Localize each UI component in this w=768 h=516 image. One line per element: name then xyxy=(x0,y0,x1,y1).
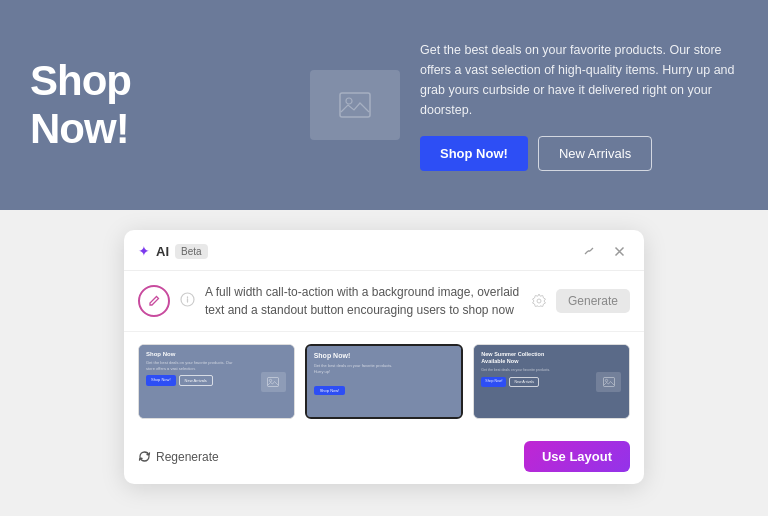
close-button[interactable] xyxy=(608,240,630,262)
generate-button[interactable]: Generate xyxy=(556,289,630,313)
thumb1-title: Shop Now xyxy=(146,351,287,357)
ai-header-left: ✦ AI Beta xyxy=(138,243,208,259)
ai-panel-header: ✦ AI Beta xyxy=(124,230,644,271)
layout-thumbnail-3[interactable]: New Summer Collection Available Now Get … xyxy=(473,344,630,419)
use-layout-button[interactable]: Use Layout xyxy=(524,441,630,472)
regenerate-icon xyxy=(138,450,151,463)
ai-prompt-row: A full width call-to-action with a backg… xyxy=(124,271,644,332)
hero-title: Shop Now! xyxy=(30,57,230,153)
sparkle-icon: ✦ xyxy=(138,243,150,259)
ai-header-right xyxy=(578,240,630,262)
ai-panel-wrapper: ✦ AI Beta xyxy=(0,210,768,516)
ai-beta-badge: Beta xyxy=(175,244,208,259)
svg-point-3 xyxy=(537,299,541,303)
edit-icon-circle xyxy=(138,285,170,317)
svg-rect-4 xyxy=(268,377,279,386)
thumb2-button: Shop Now! xyxy=(314,386,346,395)
hero-description: Get the best deals on your favorite prod… xyxy=(420,40,738,120)
minimize-button[interactable] xyxy=(578,240,600,262)
thumb1-desc: Get the best deals on your favorite prod… xyxy=(146,360,237,371)
svg-point-7 xyxy=(605,379,607,381)
info-icon xyxy=(180,292,195,310)
thumb2-title: Shop Now! xyxy=(314,352,455,359)
svg-rect-6 xyxy=(603,377,614,386)
thumb3-desc: Get the best deals on your favorite prod… xyxy=(481,368,558,373)
ai-thumbnails: Shop Now Get the best deals on your favo… xyxy=(124,332,644,431)
new-arrivals-button[interactable]: New Arrivals xyxy=(538,136,652,171)
ai-panel-footer: Regenerate Use Layout xyxy=(124,431,644,484)
hero-section: Shop Now! Get the best deals on your fav… xyxy=(0,0,768,210)
regenerate-button[interactable]: Regenerate xyxy=(138,450,219,464)
ai-label: AI xyxy=(156,244,169,259)
svg-point-5 xyxy=(269,379,271,381)
ai-panel: ✦ AI Beta xyxy=(124,230,644,484)
thumb2-desc: Get the best deals on your favorite prod… xyxy=(314,363,398,374)
thumb3-image xyxy=(596,372,621,392)
regenerate-label: Regenerate xyxy=(156,450,219,464)
settings-icon xyxy=(532,293,546,310)
svg-point-1 xyxy=(346,98,352,104)
svg-rect-0 xyxy=(340,93,370,117)
layout-thumbnail-2[interactable]: Shop Now! Get the best deals on your fav… xyxy=(305,344,464,419)
layout-thumbnail-1[interactable]: Shop Now Get the best deals on your favo… xyxy=(138,344,295,419)
hero-image-placeholder xyxy=(310,70,400,140)
hero-buttons: Shop Now! New Arrivals xyxy=(420,136,738,171)
thumb3-title: New Summer Collection Available Now xyxy=(481,351,558,365)
ai-prompt-text: A full width call-to-action with a backg… xyxy=(205,283,522,319)
hero-content: Get the best deals on your favorite prod… xyxy=(420,40,738,171)
thumb1-image xyxy=(261,372,286,392)
shop-now-button[interactable]: Shop Now! xyxy=(420,136,528,171)
